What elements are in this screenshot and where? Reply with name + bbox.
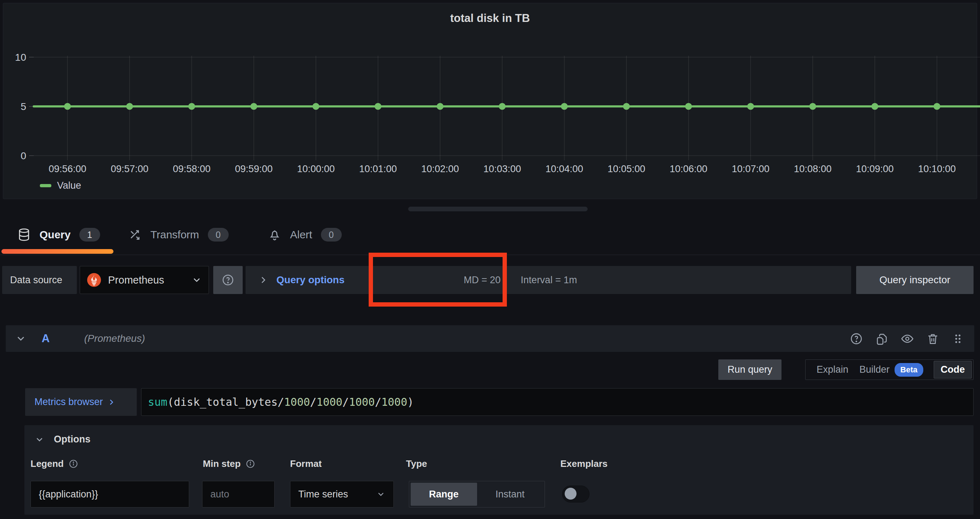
legend-input-value: {{application}}: [39, 489, 98, 500]
annotation-rectangle: [369, 253, 507, 307]
panel-resize-handle[interactable]: [408, 207, 588, 211]
transform-icon: [128, 228, 142, 241]
type-field-label: Type: [406, 458, 427, 470]
svg-text:10:07:00: 10:07:00: [732, 163, 769, 174]
tab-query[interactable]: Query 1: [17, 226, 100, 244]
svg-text:10:10:00: 10:10:00: [918, 163, 956, 174]
type-radio-group: Range Instant: [409, 481, 545, 508]
svg-text:10:00:00: 10:00:00: [297, 163, 334, 174]
query-inspector-button[interactable]: Query inspector: [856, 266, 974, 294]
promql-token: /: [375, 396, 381, 408]
min-step-placeholder: auto: [210, 489, 229, 500]
svg-text:09:56:00: 09:56:00: [48, 163, 86, 174]
tab-alert-label: Alert: [290, 228, 312, 241]
legend-color-swatch: [40, 184, 51, 187]
time-series-chart[interactable]: 051009:56:0009:57:0009:58:0009:59:0010:0…: [3, 3, 980, 204]
chevron-right-icon: [258, 275, 268, 285]
exemplars-field-label: Exemplars: [560, 458, 608, 470]
chart-legend[interactable]: Value: [40, 180, 81, 191]
svg-text:10:08:00: 10:08:00: [794, 163, 831, 174]
info-circle-icon: [68, 459, 78, 469]
chevron-down-icon: [376, 490, 385, 499]
type-option-range[interactable]: Range: [410, 483, 477, 506]
help-circle-icon[interactable]: [850, 332, 863, 345]
tab-transform-count: 0: [208, 228, 229, 241]
min-step-input[interactable]: auto: [202, 481, 275, 508]
query-options-bar[interactable]: Query options MD = 20 Interval = 1m: [245, 266, 851, 294]
svg-text:09:57:00: 09:57:00: [111, 163, 148, 174]
database-icon: [17, 228, 31, 241]
chart-panel: total disk in TB 051009:56:0009:57:0009:…: [3, 3, 977, 199]
grafana-panel-editor: total disk in TB 051009:56:0009:57:0009:…: [0, 0, 980, 519]
beta-badge: Beta: [894, 363, 923, 377]
active-tab-underline: [2, 249, 113, 254]
tab-alert-count: 0: [321, 228, 342, 241]
delete-query-trash-icon[interactable]: [926, 332, 939, 345]
query-options-label[interactable]: Query options: [277, 274, 345, 286]
data-source-value: Prometheus: [108, 274, 164, 286]
promql-token: (disk_total_bytes/: [167, 396, 284, 408]
promql-token: ): [407, 396, 414, 408]
promql-token: /: [310, 396, 317, 408]
svg-text:10: 10: [15, 52, 26, 63]
data-source-picker[interactable]: Prometheus: [80, 266, 209, 294]
svg-text:10:01:00: 10:01:00: [359, 163, 397, 174]
info-circle-icon: [245, 459, 255, 469]
options-header-label: Options: [54, 434, 91, 445]
options-section: Options Legend Min step Format Type Exem…: [24, 425, 974, 515]
svg-text:10:06:00: 10:06:00: [670, 163, 707, 174]
promql-token: 1000: [381, 396, 407, 408]
chevron-down-icon: [191, 275, 202, 285]
exemplars-toggle[interactable]: [562, 485, 589, 503]
mode-explain[interactable]: Explain: [805, 364, 859, 375]
promql-token: sum: [148, 396, 167, 408]
editor-mode-group: Explain Builder Beta Code: [805, 359, 974, 380]
options-header[interactable]: Options: [35, 434, 91, 445]
mode-builder[interactable]: Builder Beta: [859, 363, 927, 377]
run-query-button[interactable]: Run query: [718, 359, 781, 380]
promql-token: /: [342, 396, 349, 408]
metrics-browser-label: Metrics browser: [35, 396, 103, 407]
svg-text:10:05:00: 10:05:00: [608, 163, 645, 174]
prometheus-logo-icon: [86, 272, 102, 287]
min-step-field-label: Min step: [203, 458, 255, 470]
svg-text:0: 0: [21, 150, 26, 161]
collapse-chevron-icon[interactable]: [15, 333, 27, 344]
svg-text:10:09:00: 10:09:00: [856, 163, 894, 174]
svg-text:10:04:00: 10:04:00: [545, 163, 583, 174]
mode-code-selected[interactable]: Code: [934, 361, 972, 378]
query-row-header[interactable]: A (Prometheus): [6, 325, 974, 352]
svg-text:09:59:00: 09:59:00: [235, 163, 272, 174]
drag-handle-grip-icon[interactable]: [951, 332, 965, 345]
format-select[interactable]: Time series: [290, 481, 394, 508]
toggle-knob: [565, 488, 576, 500]
tab-transform[interactable]: Transform 0: [128, 226, 229, 244]
mode-builder-label: Builder: [859, 364, 889, 375]
tab-query-label: Query: [40, 228, 71, 241]
type-option-instant[interactable]: Instant: [477, 483, 544, 506]
data-source-help-button[interactable]: [213, 266, 243, 294]
toggle-visibility-eye-icon[interactable]: [900, 332, 914, 345]
legend-field-label: Legend: [30, 458, 78, 470]
tab-query-count: 1: [80, 228, 100, 241]
duplicate-query-icon[interactable]: [875, 332, 888, 345]
legend-series-label[interactable]: Value: [57, 180, 81, 191]
legend-input[interactable]: {{application}}: [30, 481, 189, 508]
query-ref-id[interactable]: A: [41, 332, 49, 345]
chevron-right-icon: [107, 398, 115, 406]
svg-text:5: 5: [21, 101, 26, 112]
data-source-label: Data source: [2, 266, 77, 294]
interval-value: Interval = 1m: [521, 275, 577, 286]
tab-transform-label: Transform: [150, 228, 199, 241]
promql-expression-input[interactable]: sum(disk_total_bytes/1000/1000/1000/1000…: [141, 388, 974, 416]
tab-alert[interactable]: Alert 0: [268, 226, 342, 244]
format-field-label: Format: [290, 458, 321, 470]
metrics-browser-button[interactable]: Metrics browser: [25, 388, 137, 416]
chevron-down-icon: [35, 434, 45, 445]
format-select-value: Time series: [298, 489, 348, 500]
svg-text:10:03:00: 10:03:00: [483, 163, 521, 174]
promql-token: 1000: [317, 396, 342, 408]
promql-token: 1000: [284, 396, 310, 408]
svg-text:09:58:00: 09:58:00: [173, 163, 210, 174]
promql-token: 1000: [349, 396, 375, 408]
